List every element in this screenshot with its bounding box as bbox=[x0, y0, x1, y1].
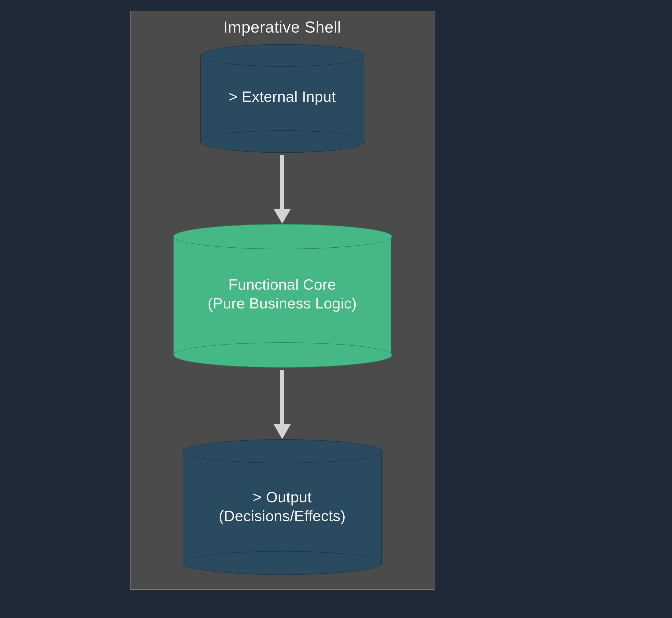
arrow-core-to-output bbox=[274, 371, 291, 439]
arrow-head-icon bbox=[274, 209, 291, 224]
arrow-shaft bbox=[280, 155, 284, 210]
node-output: > Output(Decisions/Effects) bbox=[183, 439, 382, 574]
container-title: Imperative Shell bbox=[130, 18, 434, 36]
cylinder-top bbox=[173, 224, 392, 249]
arrow-input-to-core bbox=[274, 155, 291, 224]
arrow-shaft bbox=[280, 371, 284, 426]
cylinder-bottom bbox=[173, 342, 392, 368]
node-label: > Output(Decisions/Effects) bbox=[183, 488, 382, 525]
node-external-input: > External Input bbox=[200, 44, 364, 152]
imperative-shell-container: Imperative Shell > External Input Functi… bbox=[130, 11, 434, 590]
node-functional-core: Functional Core(Pure Business Logic) bbox=[173, 224, 391, 367]
cylinder-bottom bbox=[183, 551, 383, 575]
cylinder-top bbox=[200, 44, 365, 67]
cylinder-bottom bbox=[200, 130, 365, 153]
cylinder-top bbox=[183, 439, 383, 463]
arrow-head-icon bbox=[274, 424, 291, 439]
node-label: Functional Core(Pure Business Logic) bbox=[173, 275, 391, 313]
node-label: > External Input bbox=[200, 87, 364, 106]
diagram-stage: Imperative Shell > External Input Functi… bbox=[0, 0, 672, 618]
